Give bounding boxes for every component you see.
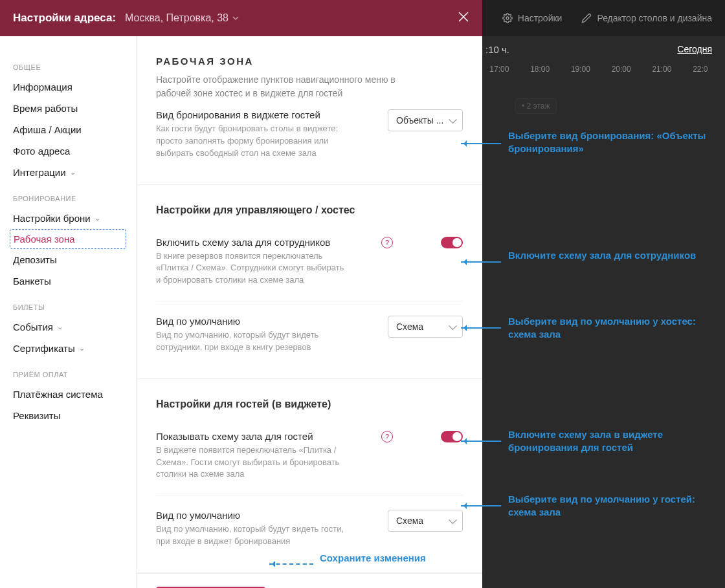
- section-desc-zone: Настройте отображение пунктов навигацион…: [156, 73, 415, 100]
- guest-default-select[interactable]: Схема: [388, 510, 463, 532]
- chevron-down-icon: ⌄: [79, 344, 85, 353]
- sidebar-item-deposits[interactable]: Депозиты: [0, 249, 136, 270]
- chevron-down-icon: [232, 15, 239, 21]
- chevron-down-icon: ⌄: [70, 168, 76, 177]
- sidebar-item-paysys[interactable]: Платёжная система: [0, 384, 136, 405]
- help-icon[interactable]: ?: [381, 431, 393, 442]
- staff-section-title: Настройки для управляющего / хостес: [156, 204, 463, 216]
- sidebar-item-hours[interactable]: Время работы: [0, 98, 136, 119]
- section-payment: ПРИЁМ ОПЛАТ: [0, 359, 136, 384]
- sidebar-item-banquets[interactable]: Банкеты: [0, 270, 136, 292]
- bg-time: :10 ч.: [485, 44, 509, 55]
- guest-default-label: Вид по умолчанию: [156, 510, 366, 521]
- guest-scheme-label: Показывать схему зала для гостей: [156, 431, 366, 442]
- section-tickets: БИЛЕТЫ: [0, 292, 136, 316]
- section-general: ОБЩЕЕ: [0, 52, 136, 76]
- staff-default-help: Вид по умолчанию, который будут видеть с…: [156, 329, 350, 354]
- sidebar-item-photo[interactable]: Фото адреса: [0, 140, 136, 162]
- staff-scheme-help: В книге резервов появится переключатель …: [156, 250, 350, 287]
- floor-chip[interactable]: • 2 этаж: [515, 98, 557, 114]
- annotation-1: Выберите вид бронирования: «Объекты брон…: [508, 129, 725, 156]
- sidebar-item-certs[interactable]: Сертификаты⌄: [0, 338, 136, 359]
- section-title-zone: РАБОЧАЯ ЗОНА: [156, 56, 463, 67]
- sidebar-item-events[interactable]: События⌄: [0, 316, 136, 338]
- sidebar-item-promo[interactable]: Афиша / Акции: [0, 119, 136, 140]
- annotation-3: Выберите вид по умолчанию у хостес: схем…: [508, 315, 725, 342]
- close-button[interactable]: [458, 11, 469, 25]
- modal-footer: СОХРАНИТЬ: [137, 573, 482, 588]
- annotation-4: Включите схему зала в виджете бронирован…: [508, 428, 725, 455]
- sidebar-item-booking-settings[interactable]: Настройки брони⌄: [0, 208, 136, 229]
- pencil-icon: [581, 13, 592, 23]
- address-selector[interactable]: Москва, Петровка, 38: [125, 12, 239, 24]
- guest-scheme-toggle[interactable]: [441, 431, 463, 442]
- gear-icon: [502, 13, 513, 23]
- sidebar-item-workzone[interactable]: Рабочая зона: [10, 229, 126, 249]
- help-icon[interactable]: ?: [381, 237, 393, 248]
- chevron-down-icon: ⌄: [57, 323, 63, 331]
- annotation-5: Выберите вид по умолчанию у гостей: схем…: [508, 493, 725, 519]
- nav-settings[interactable]: Настройки: [502, 13, 563, 23]
- sidebar-item-requisites[interactable]: Реквизиты: [0, 405, 136, 426]
- sidebar-item-integrations[interactable]: Интеграции⌄: [0, 162, 136, 183]
- close-icon: [458, 11, 469, 23]
- nav-editor[interactable]: Редактор столов и дизайна: [581, 13, 712, 23]
- chevron-down-icon: ⌄: [95, 214, 100, 223]
- staff-scheme-toggle[interactable]: [441, 237, 463, 248]
- svg-point-0: [506, 17, 509, 19]
- guest-section-title: Настройки для гостей (в виджете): [156, 398, 463, 410]
- guest-scheme-help: В виджете появится переключатель «Плитка…: [156, 444, 350, 481]
- widget-view-label: Вид бронирования в виджете гостей: [156, 109, 366, 120]
- widget-view-select[interactable]: Объекты ...: [388, 109, 463, 131]
- modal-title: Настройки адреса:: [13, 12, 116, 25]
- bg-hours: 17:00 18:00 19:00 20:00 21:00 22:0: [479, 65, 719, 74]
- bg-today-link[interactable]: Сегодня: [677, 44, 712, 54]
- staff-default-select[interactable]: Схема: [388, 316, 463, 338]
- annotation-2: Включите схему зала для сотрудников: [508, 249, 696, 262]
- staff-scheme-label: Включить схему зала для сотрудников: [156, 237, 366, 248]
- widget-view-help: Как гости будут бронировать столы в видж…: [156, 123, 350, 160]
- sidebar-item-info[interactable]: Информация: [0, 76, 136, 98]
- modal-header: Настройки адреса: Москва, Петровка, 38: [0, 0, 482, 36]
- guest-default-help: Вид по умолчанию, который будут видеть г…: [156, 523, 350, 548]
- staff-default-label: Вид по умолчанию: [156, 316, 366, 327]
- settings-modal: Настройки адреса: Москва, Петровка, 38 О…: [0, 0, 482, 588]
- settings-content: РАБОЧАЯ ЗОНА Настройте отображение пункт…: [136, 36, 482, 588]
- annotation-save: Сохраните изменения: [320, 552, 426, 565]
- section-booking: БРОНИРОВАНИЕ: [0, 183, 136, 208]
- settings-sidebar: ОБЩЕЕ Информация Время работы Афиша / Ак…: [0, 36, 136, 588]
